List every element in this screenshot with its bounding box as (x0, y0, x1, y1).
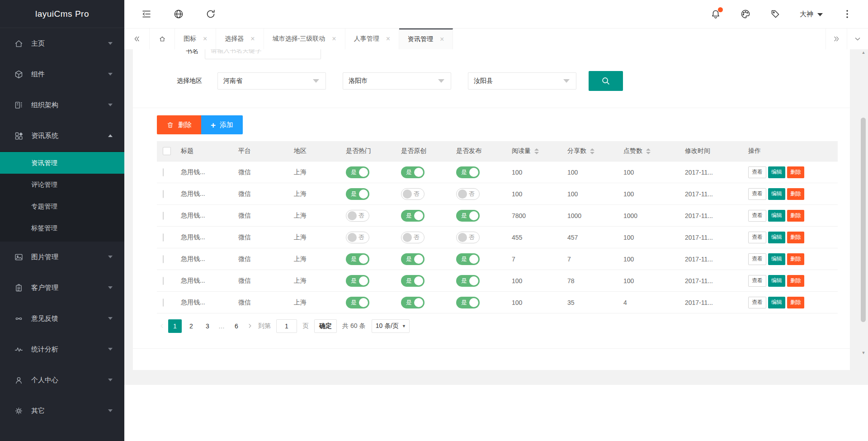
edit-button[interactable]: 编辑 (768, 275, 785, 287)
row-checkbox[interactable] (163, 299, 164, 307)
view-button[interactable]: 查看 (748, 253, 766, 265)
tab-icons[interactable]: 图标× (175, 28, 216, 49)
delete-row-button[interactable]: 删除 (787, 188, 804, 200)
clipped-text-input[interactable]: 请输入书名关键字 (205, 49, 321, 59)
more-menu-icon[interactable] (842, 9, 853, 19)
delete-row-button[interactable]: 删除 (787, 210, 804, 222)
sort-icon[interactable] (534, 148, 539, 154)
original-switch[interactable]: 否 (401, 232, 425, 243)
tabs-scroll-left-icon[interactable] (124, 28, 150, 49)
select-all-checkbox[interactable] (163, 147, 171, 155)
sidebar-item-news-system[interactable]: 资讯系统 (0, 120, 124, 151)
hot-switch[interactable]: 是 (346, 297, 369, 308)
delete-button[interactable]: 删除 (157, 115, 201, 134)
province-select[interactable]: 河南省 (217, 72, 326, 90)
view-button[interactable]: 查看 (748, 210, 766, 222)
hot-switch[interactable]: 是 (346, 188, 369, 200)
view-button[interactable]: 查看 (748, 275, 766, 287)
view-button[interactable]: 查看 (748, 297, 766, 308)
tab-hr[interactable]: 人事管理× (345, 28, 399, 49)
row-checkbox[interactable] (163, 233, 164, 242)
hot-switch[interactable]: 是 (346, 275, 369, 287)
published-switch[interactable]: 否 (456, 232, 480, 243)
edit-button[interactable]: 编辑 (768, 297, 785, 308)
sidebar-item-statistics[interactable]: 统计分析 (0, 334, 124, 365)
view-button[interactable]: 查看 (748, 188, 766, 200)
page-number-1[interactable]: 1 (168, 319, 182, 333)
sort-icon[interactable] (646, 148, 651, 154)
view-button[interactable]: 查看 (748, 166, 766, 178)
original-switch[interactable]: 否 (401, 188, 425, 200)
column-header-reads[interactable]: 阅读量 (512, 147, 567, 155)
original-switch[interactable]: 是 (401, 210, 425, 222)
home-tab[interactable] (150, 28, 175, 49)
globe-icon[interactable] (173, 9, 184, 19)
goto-page-input[interactable] (276, 319, 297, 333)
column-header-likes[interactable]: 点赞数 (623, 147, 685, 155)
sidebar-item-components[interactable]: 组件 (0, 59, 124, 90)
row-checkbox[interactable] (163, 255, 164, 263)
original-switch[interactable]: 是 (401, 253, 425, 265)
notifications-bell-icon[interactable] (710, 9, 721, 19)
row-checkbox[interactable] (163, 277, 164, 285)
sidebar-item-image-manage[interactable]: 图片管理 (0, 242, 124, 272)
sidebar-item-feedback[interactable]: 意见反馈 (0, 303, 124, 334)
sidebar-subitem-news-manage[interactable]: 资讯管理 (0, 152, 124, 174)
sidebar-item-profile[interactable]: 个人中心 (0, 365, 124, 395)
page-number-3[interactable]: 3 (201, 319, 214, 333)
close-tab-icon[interactable]: × (386, 35, 390, 43)
theme-palette-icon[interactable] (740, 9, 751, 19)
row-checkbox[interactable] (163, 168, 164, 176)
refresh-icon[interactable] (205, 9, 216, 19)
scrollbar-thumb[interactable] (861, 118, 866, 322)
edit-button[interactable]: 编辑 (768, 232, 785, 243)
view-button[interactable]: 查看 (748, 232, 766, 243)
hot-switch[interactable]: 是 (346, 253, 369, 265)
county-select[interactable]: 汝阳县 (468, 72, 576, 90)
edit-button[interactable]: 编辑 (768, 253, 785, 265)
tabs-scroll-right-icon[interactable] (826, 28, 847, 49)
prev-page-button[interactable] (157, 323, 167, 329)
delete-row-button[interactable]: 删除 (787, 253, 804, 265)
original-switch[interactable]: 是 (401, 166, 425, 178)
original-switch[interactable]: 是 (401, 297, 425, 308)
published-switch[interactable]: 否 (456, 188, 480, 200)
sidebar-item-organization[interactable]: 组织架构 (0, 90, 124, 120)
published-switch[interactable]: 是 (456, 253, 480, 265)
page-number-6[interactable]: 6 (230, 319, 243, 333)
close-tab-icon[interactable]: × (440, 36, 444, 43)
user-menu[interactable]: 大神 (800, 10, 823, 19)
row-checkbox[interactable] (163, 190, 164, 198)
city-select[interactable]: 洛阳市 (343, 72, 451, 90)
hot-switch[interactable]: 是 (346, 166, 369, 178)
tag-icon[interactable] (770, 9, 781, 19)
published-switch[interactable]: 是 (456, 210, 480, 222)
tab-city-picker[interactable]: 城市选择-三级联动× (264, 28, 345, 49)
sidebar-subitem-tag-manage[interactable]: 标签管理 (0, 217, 124, 239)
close-tab-icon[interactable]: × (332, 35, 336, 43)
delete-row-button[interactable]: 删除 (787, 166, 804, 178)
confirm-page-button[interactable]: 确定 (314, 319, 337, 333)
page-number-2[interactable]: 2 (184, 319, 198, 333)
hot-switch[interactable]: 否 (346, 232, 369, 243)
published-switch[interactable]: 是 (456, 166, 480, 178)
published-switch[interactable]: 是 (456, 275, 480, 287)
scroll-up-icon[interactable]: ▲ (860, 50, 867, 55)
tabs-menu-icon[interactable] (847, 28, 868, 49)
row-checkbox[interactable] (163, 212, 164, 220)
vertical-scrollbar[interactable]: ▲ ▼ (860, 50, 867, 355)
delete-row-button[interactable]: 删除 (787, 275, 804, 287)
sidebar-item-customer-manage[interactable]: 客户管理 (0, 272, 124, 303)
tab-selectors[interactable]: 选择器× (216, 28, 264, 49)
close-tab-icon[interactable]: × (250, 35, 255, 43)
close-tab-icon[interactable]: × (203, 35, 207, 43)
edit-button[interactable]: 编辑 (768, 210, 785, 222)
delete-row-button[interactable]: 删除 (787, 297, 804, 308)
next-page-button[interactable] (245, 323, 255, 329)
sidebar-item-other[interactable]: 其它 (0, 395, 124, 426)
column-header-shares[interactable]: 分享数 (567, 147, 623, 155)
collapse-sidebar-icon[interactable] (141, 9, 152, 19)
hot-switch[interactable]: 否 (346, 210, 369, 222)
scroll-down-icon[interactable]: ▼ (860, 351, 867, 355)
edit-button[interactable]: 编辑 (768, 188, 785, 200)
